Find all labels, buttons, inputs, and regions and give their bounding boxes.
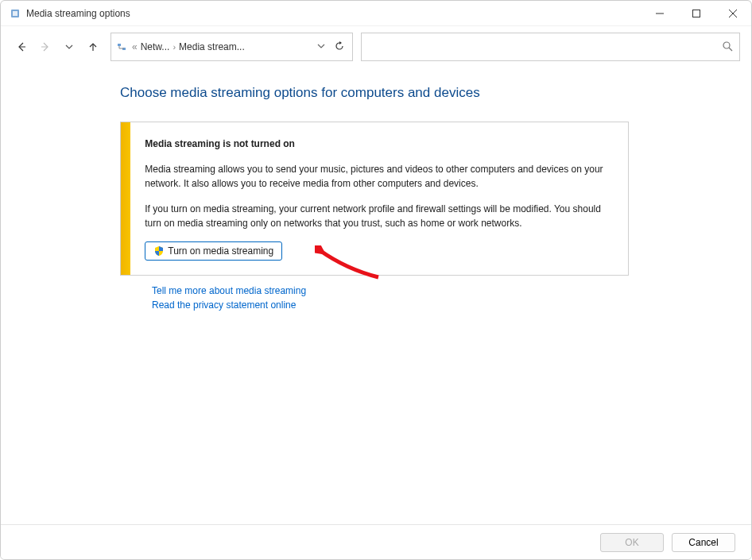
breadcrumb-prefix: « <box>132 41 138 52</box>
app-icon <box>9 7 21 20</box>
refresh-button[interactable] <box>331 41 347 54</box>
svg-point-13 <box>723 42 730 48</box>
breadcrumb-seg-1[interactable]: Netw... <box>141 41 170 52</box>
window-controls <box>642 1 751 25</box>
dialog-footer: OK Cancel <box>1 524 751 559</box>
cancel-button[interactable]: Cancel <box>672 533 735 552</box>
uac-shield-icon <box>153 245 165 257</box>
svg-rect-9 <box>118 44 121 46</box>
svg-rect-1 <box>13 11 17 16</box>
search-icon <box>722 41 733 54</box>
info-body: Media streaming is not turned on Media s… <box>130 122 628 275</box>
close-button[interactable] <box>715 1 751 26</box>
svg-line-14 <box>729 48 732 51</box>
back-button[interactable] <box>12 37 31 56</box>
address-bar[interactable]: « Netw... › Media stream... <box>110 33 353 61</box>
tell-me-more-link[interactable]: Tell me more about media streaming <box>152 285 719 296</box>
forward-button[interactable] <box>36 37 55 56</box>
maximize-button[interactable] <box>678 1 715 26</box>
info-panel: Media streaming is not turned on Media s… <box>120 122 629 276</box>
search-box[interactable] <box>361 33 740 61</box>
nav-buttons <box>12 37 103 56</box>
info-title: Media streaming is not turned on <box>145 137 611 151</box>
minimize-button[interactable] <box>642 1 678 26</box>
ok-button[interactable]: OK <box>600 533 664 552</box>
privacy-statement-link[interactable]: Read the privacy statement online <box>152 299 719 311</box>
turn-on-media-streaming-button[interactable]: Turn on media streaming <box>145 241 282 261</box>
info-paragraph-1: Media streaming allows you to send your … <box>145 162 611 191</box>
info-paragraph-2: If you turn on media streaming, your cur… <box>145 202 611 230</box>
recent-dropdown[interactable] <box>60 37 79 56</box>
chevron-right-icon: › <box>172 42 176 52</box>
network-icon <box>116 41 129 53</box>
turn-on-button-label: Turn on media streaming <box>168 245 273 257</box>
address-dropdown[interactable] <box>314 41 328 52</box>
titlebar: Media streaming options <box>1 1 751 26</box>
breadcrumb-seg-2[interactable]: Media stream... <box>179 41 245 52</box>
info-accent-bar <box>121 122 130 275</box>
window-title: Media streaming options <box>26 8 642 19</box>
links-section: Tell me more about media streaming Read … <box>120 285 719 311</box>
content-area: Choose media streaming options for compu… <box>1 68 751 311</box>
up-button[interactable] <box>83 37 103 56</box>
svg-rect-3 <box>693 10 700 17</box>
nav-row: « Netw... › Media stream... <box>1 26 751 68</box>
page-heading: Choose media streaming options for compu… <box>120 85 719 101</box>
